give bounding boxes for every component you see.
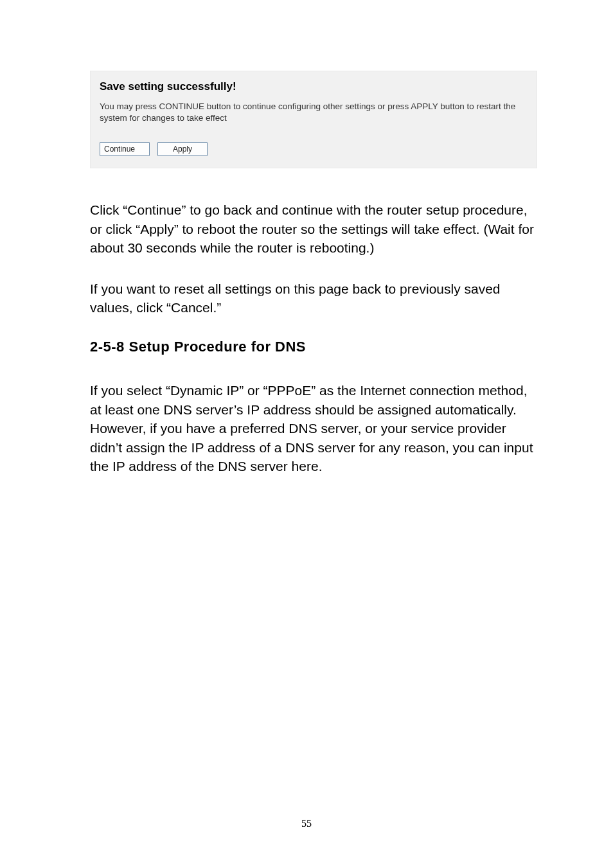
instruction-paragraph-cancel: If you want to reset all settings on thi… [90, 279, 537, 317]
continue-button[interactable]: Continue [100, 142, 150, 156]
panel-button-row: Continue Apply [100, 142, 528, 156]
document-page: Save setting successfully! You may press… [0, 0, 613, 868]
save-settings-panel: Save setting successfully! You may press… [90, 71, 537, 168]
apply-button[interactable]: Apply [157, 142, 208, 156]
panel-description: You may press CONTINUE button to continu… [100, 101, 528, 124]
instruction-paragraph-continue-apply: Click “Continue” to go back and continue… [90, 200, 537, 257]
panel-title: Save setting successfully! [100, 80, 528, 93]
section-body-dns: If you select “Dynamic IP” or “PPPoE” as… [90, 381, 537, 475]
section-heading-dns: 2-5-8 Setup Procedure for DNS [90, 339, 537, 355]
page-number: 55 [0, 818, 613, 829]
